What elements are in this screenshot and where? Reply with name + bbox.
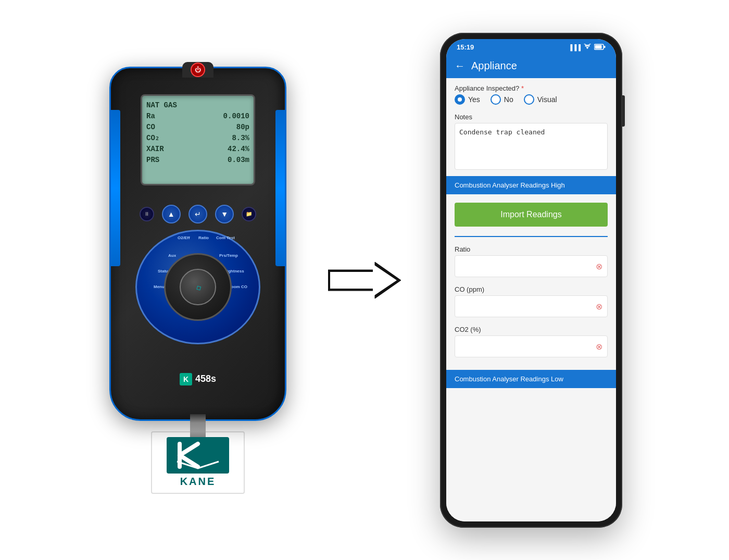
device-screen: NAT GAS Ra 0.0010 CO 80p CO₂ 8.3% (141, 94, 255, 185)
left-section: ⏻ NAT GAS Ra 0.0010 CO 80p (73, 0, 323, 560)
radio-no-circle[interactable] (491, 94, 501, 105)
screen-line-1: NAT GAS (146, 100, 249, 111)
svg-marker-2 (330, 264, 397, 296)
screen-line-3: CO 80p (146, 122, 249, 133)
app-title: Appliance (471, 60, 517, 72)
dial-center: ⬦ (180, 269, 216, 305)
radio-no-label: No (504, 95, 513, 104)
screen-xair-value: 42.4% (228, 144, 249, 155)
screen-co2-value: 8.3% (232, 133, 249, 144)
device-image: ⏻ NAT GAS Ra 0.0010 CO 80p (109, 67, 286, 421)
outer-dial: O2/Eff Ratio Com Test Aux Prs/Temp Statu… (135, 230, 260, 344)
screen-prs-label: PRS (146, 155, 159, 166)
radio-yes-label: Yes (468, 95, 480, 104)
screen-line-2: Ra 0.0010 (146, 111, 249, 122)
co-input-wrapper: ⊗ (455, 295, 608, 317)
radio-yes-circle[interactable] (455, 94, 465, 105)
right-section: 15:19 ▐▐▐ (406, 0, 656, 560)
import-readings-button[interactable]: Import Readings (455, 203, 608, 227)
status-icons: ▐▐▐ (569, 44, 606, 51)
screen-co-value: 80p (236, 122, 249, 133)
dial-label-menu: Menu (154, 284, 165, 289)
power-top: ⏻ (182, 62, 213, 78)
screen-prs-value: 0.03m (228, 155, 249, 166)
dial-label-comtest: Com Test (216, 235, 235, 240)
dial-label-aux: Aux (168, 253, 176, 258)
ctrl-btn-enter[interactable]: ↵ (188, 205, 207, 223)
co2-input[interactable] (455, 335, 608, 357)
device-body: ⏻ NAT GAS Ra 0.0010 CO 80p (109, 67, 286, 421)
co2-field-row: CO2 (%) ⊗ (455, 326, 608, 357)
ratio-label: Ratio (455, 245, 608, 253)
svg-rect-4 (595, 45, 602, 48)
screen-line-5: XAIR 42.4% (146, 144, 249, 155)
ratio-clear-icon[interactable]: ⊗ (596, 261, 602, 271)
dial-label-prstemp: Prs/Temp (219, 253, 238, 258)
screen-ra-value: 0.0010 (223, 111, 249, 122)
screen-line-4: CO₂ 8.3% (146, 133, 249, 144)
phone-frame: 15:19 ▐▐▐ (440, 33, 622, 528)
ctrl-btn-folder[interactable]: 📁 (242, 207, 256, 221)
screen-label-1: NAT GAS (146, 100, 177, 111)
co-label: CO (ppm) (455, 285, 608, 293)
status-time: 15:19 (457, 43, 474, 51)
kane-logo-graphic (167, 437, 229, 474)
co2-clear-icon[interactable]: ⊗ (596, 341, 602, 351)
ctrl-btn-pause[interactable]: ⏸ (140, 207, 154, 221)
screen-line-6: PRS 0.03m (146, 155, 249, 166)
co2-input-wrapper: ⊗ (455, 335, 608, 357)
radio-visual-circle[interactable] (524, 94, 534, 105)
ratio-field-row: Ratio ⊗ (455, 245, 608, 277)
arrow-svg (328, 257, 401, 304)
device-brand: K 458s (180, 373, 216, 385)
screen-co2-label: CO₂ (146, 133, 159, 144)
kane-logo-text: KANE (180, 476, 216, 488)
power-button[interactable]: ⏻ (191, 63, 205, 77)
blue-underline (455, 236, 608, 237)
dial-area: O2/Eff Ratio Com Test Aux Prs/Temp Statu… (135, 230, 260, 344)
inner-dial: ⬦ (164, 253, 232, 321)
arrow-section (323, 257, 406, 304)
required-star: * (521, 84, 524, 92)
ratio-input-wrapper: ⊗ (455, 255, 608, 277)
dial-label-o2eff: O2/Eff (178, 235, 190, 240)
ctrl-btn-down[interactable]: ▼ (215, 205, 234, 223)
ctrl-btn-up[interactable]: ▲ (162, 205, 181, 223)
notes-input[interactable]: Condense trap cleaned (455, 123, 608, 170)
ratio-input[interactable] (455, 255, 608, 277)
co-input[interactable] (455, 295, 608, 317)
controls-area: ⏸ ▲ ↵ ▼ 📁 (135, 198, 260, 230)
status-bar: 15:19 ▐▐▐ (446, 39, 616, 54)
radio-visual-label: Visual (537, 95, 557, 104)
appliance-inspected-section: Appliance Inspected? * Yes No (455, 84, 608, 109)
co2-label: CO2 (%) (455, 326, 608, 333)
signal-icon: ▐▐▐ (569, 44, 581, 51)
screen-co-label: CO (146, 122, 155, 133)
kane-k-svg (172, 440, 224, 471)
combustion-high-header: Combustion Analyser Readings High (446, 176, 616, 194)
screen-ra-label: Ra (146, 111, 155, 122)
radio-yes-option[interactable]: Yes (455, 94, 480, 105)
dial-arrow-icon: ⬦ (191, 279, 205, 295)
co-field-row: CO (ppm) ⊗ (455, 285, 608, 317)
radio-no-option[interactable]: No (491, 94, 513, 105)
radio-group: Yes No Visual (455, 94, 608, 105)
screen-xair-label: XAIR (146, 144, 164, 155)
back-button[interactable]: ← (455, 60, 465, 72)
co-clear-icon[interactable]: ⊗ (596, 301, 602, 311)
main-container: ⏻ NAT GAS Ra 0.0010 CO 80p (0, 0, 729, 560)
dial-label-ratio: Ratio (198, 235, 209, 240)
app-header: ← Appliance (446, 54, 616, 78)
device-probe (190, 414, 206, 440)
app-content: Appliance Inspected? * Yes No (446, 78, 616, 521)
device-k-logo: K (180, 373, 192, 385)
phone-screen: 15:19 ▐▐▐ (446, 39, 616, 521)
combustion-low-header: Combustion Analyser Readings Low (446, 370, 616, 388)
kane-logo: KANE (151, 431, 245, 494)
notes-section: Notes Condense trap cleaned (455, 113, 608, 172)
device-model-text: 458s (195, 374, 216, 384)
appliance-inspected-label: Appliance Inspected? * (455, 84, 608, 92)
battery-icon (594, 44, 606, 51)
wifi-icon (583, 44, 592, 51)
radio-visual-option[interactable]: Visual (524, 94, 557, 105)
